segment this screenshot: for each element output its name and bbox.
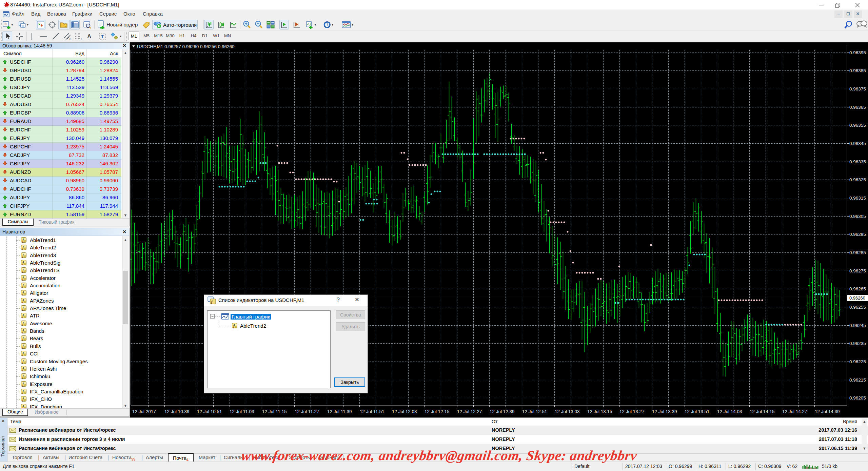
svg-text:12 Jul 2017: 12 Jul 2017 [132, 409, 156, 414]
svg-text:12 Jul 13:15: 12 Jul 13:15 [587, 409, 612, 414]
svg-text:0.96335: 0.96335 [849, 159, 866, 164]
svg-text:12 Jul 13:03: 12 Jul 13:03 [555, 409, 580, 414]
svg-text:12 Jul 10:51: 12 Jul 10:51 [197, 409, 222, 414]
svg-text:12 Jul 12:15: 12 Jul 12:15 [425, 409, 450, 414]
svg-text:12 Jul 13:51: 12 Jul 13:51 [685, 409, 710, 414]
svg-text:0.96395: 0.96395 [849, 50, 866, 55]
svg-text:12 Jul 12:27: 12 Jul 12:27 [457, 409, 482, 414]
svg-text:0.96260: 0.96260 [849, 295, 865, 301]
svg-text:12 Jul 12:51: 12 Jul 12:51 [522, 409, 547, 414]
svg-text:0.96265: 0.96265 [849, 286, 866, 291]
svg-text:0.96355: 0.96355 [849, 123, 866, 128]
svg-text:0.96285: 0.96285 [849, 250, 866, 255]
svg-text:0.96375: 0.96375 [849, 86, 866, 91]
svg-text:0.96275: 0.96275 [849, 268, 866, 273]
svg-text:E: E [70, 37, 72, 41]
svg-text:0.96315: 0.96315 [849, 196, 866, 201]
svg-text:0.96365: 0.96365 [849, 105, 866, 110]
svg-text:12 Jul 12:39: 12 Jul 12:39 [490, 409, 515, 414]
svg-text:12 Jul 14:15: 12 Jul 14:15 [750, 409, 775, 414]
svg-text:0.96215: 0.96215 [849, 377, 866, 383]
svg-text:12 Jul 14:03: 12 Jul 14:03 [717, 409, 742, 414]
svg-text:0.96235: 0.96235 [849, 341, 866, 346]
svg-text:0.96245: 0.96245 [849, 323, 866, 328]
svg-text:12 Jul 13:39: 12 Jul 13:39 [652, 409, 677, 414]
svg-text:0.96295: 0.96295 [849, 232, 866, 237]
svg-text:A: A [87, 33, 91, 40]
svg-text:12 Jul 11:27: 12 Jul 11:27 [295, 409, 319, 414]
svg-text:12 Jul 10:39: 12 Jul 10:39 [164, 409, 190, 414]
svg-text:12 Jul 11:51: 12 Jul 11:51 [360, 409, 384, 414]
svg-text:0.96225: 0.96225 [849, 359, 866, 364]
svg-text:T: T [101, 34, 104, 39]
svg-text:F: F [81, 37, 83, 41]
svg-text:12 Jul 13:27: 12 Jul 13:27 [619, 409, 645, 414]
svg-text:12 Jul 14:39: 12 Jul 14:39 [815, 409, 840, 414]
svg-text:0.96255: 0.96255 [849, 305, 866, 310]
svg-text:0.96345: 0.96345 [849, 141, 866, 146]
svg-text:12 Jul 11:39: 12 Jul 11:39 [327, 409, 352, 414]
svg-text:12 Jul 11:03: 12 Jul 11:03 [230, 409, 254, 414]
svg-text:0.96305: 0.96305 [849, 214, 866, 219]
svg-text:12 Jul 12:03: 12 Jul 12:03 [392, 409, 417, 414]
svg-text:USDCHF,M1 0.96257 0.96260 0.: USDCHF,M1 0.96257 0.96260 0.96256 0.9626… [137, 44, 234, 49]
svg-text:0.96205: 0.96205 [849, 395, 866, 401]
svg-text:12 Jul 11:15: 12 Jul 11:15 [262, 409, 287, 414]
svg-text:0.96385: 0.96385 [849, 68, 866, 73]
svg-text:0.96325: 0.96325 [849, 177, 866, 182]
svg-text:12 Jul 14:27: 12 Jul 14:27 [782, 409, 807, 414]
